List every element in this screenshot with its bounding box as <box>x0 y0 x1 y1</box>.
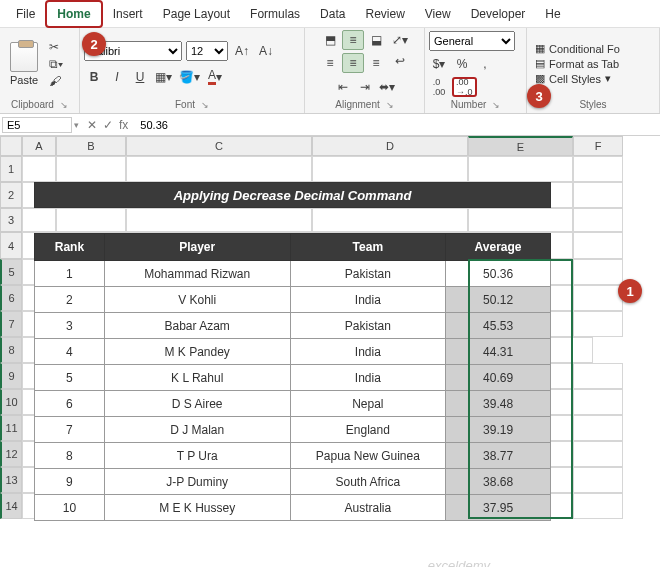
orientation-icon[interactable]: ⤢▾ <box>390 30 410 50</box>
tab-home[interactable]: Home <box>45 0 102 28</box>
col-header-D[interactable]: D <box>312 136 468 156</box>
cell-rank[interactable]: 1 <box>35 261 105 287</box>
cell-rank[interactable]: 3 <box>35 313 105 339</box>
cell-team[interactable]: Pakistan <box>290 313 446 339</box>
cell-player[interactable]: D S Airee <box>104 391 290 417</box>
wrap-text-icon[interactable]: ↩ <box>390 51 410 71</box>
table-row[interactable]: 9J-P DuminySouth Africa38.68 <box>35 469 551 495</box>
font-color-icon[interactable]: A▾ <box>205 67 225 87</box>
decrease-decimal-button[interactable]: .00→.0 <box>452 77 477 97</box>
tab-help[interactable]: He <box>535 2 570 26</box>
format-painter-icon[interactable]: 🖌 <box>46 73 66 89</box>
increase-font-icon[interactable]: A↑ <box>232 41 252 61</box>
cell-rank[interactable]: 4 <box>35 339 105 365</box>
copy-icon[interactable]: ⧉▾ <box>46 56 66 72</box>
row-header-13[interactable]: 13 <box>0 467 22 493</box>
cell-player[interactable]: J-P Duminy <box>104 469 290 495</box>
row-header-10[interactable]: 10 <box>0 389 22 415</box>
fx-icon[interactable]: fx <box>119 118 128 132</box>
cell-team[interactable]: Nepal <box>290 391 446 417</box>
cell-average[interactable]: 39.19 <box>446 417 551 443</box>
tab-developer[interactable]: Developer <box>461 2 536 26</box>
cut-icon[interactable]: ✂ <box>46 39 66 55</box>
table-row[interactable]: 4M K PandeyIndia44.31 <box>35 339 551 365</box>
cell-player[interactable]: T P Ura <box>104 443 290 469</box>
tab-formulas[interactable]: Formulas <box>240 2 310 26</box>
tab-file[interactable]: File <box>6 2 45 26</box>
cell-average[interactable]: 40.69 <box>446 365 551 391</box>
cell-team[interactable]: India <box>290 365 446 391</box>
cell-team[interactable]: Pakistan <box>290 261 446 287</box>
font-launcher-icon[interactable]: ↘ <box>201 100 209 110</box>
row-header-9[interactable]: 9 <box>0 363 22 389</box>
align-right-icon[interactable]: ≡ <box>365 53 387 73</box>
row-header-14[interactable]: 14 <box>0 493 22 519</box>
table-row[interactable]: 8T P UraPapua New Guinea38.77 <box>35 443 551 469</box>
align-left-icon[interactable]: ≡ <box>319 53 341 73</box>
fill-color-icon[interactable]: 🪣▾ <box>177 67 202 87</box>
table-row[interactable]: 2V KohliIndia50.12 <box>35 287 551 313</box>
cell-styles-button[interactable]: ▩Cell Styles▾ <box>535 72 620 85</box>
cell-player[interactable]: Babar Azam <box>104 313 290 339</box>
cell-player[interactable]: M E K Hussey <box>104 495 290 521</box>
cell-rank[interactable]: 9 <box>35 469 105 495</box>
align-middle-icon[interactable]: ≡ <box>342 30 364 50</box>
name-box-drop-icon[interactable]: ▾ <box>74 120 79 130</box>
tab-view[interactable]: View <box>415 2 461 26</box>
enter-formula-icon[interactable]: ✓ <box>103 118 113 132</box>
name-box[interactable] <box>2 117 72 133</box>
conditional-formatting-button[interactable]: ▦Conditional Fo <box>535 42 620 55</box>
cell-rank[interactable]: 10 <box>35 495 105 521</box>
row-header-11[interactable]: 11 <box>0 415 22 441</box>
row-header-6[interactable]: 6 <box>0 285 22 311</box>
format-as-table-button[interactable]: ▤Format as Tab <box>535 57 620 70</box>
paste-button[interactable]: Paste <box>4 40 44 88</box>
align-top-icon[interactable]: ⬒ <box>319 30 341 50</box>
cell-average[interactable]: 45.53 <box>446 313 551 339</box>
cell-rank[interactable]: 2 <box>35 287 105 313</box>
cell-average[interactable]: 39.48 <box>446 391 551 417</box>
currency-icon[interactable]: $▾ <box>429 54 449 74</box>
cell-team[interactable]: Australia <box>290 495 446 521</box>
row-header-12[interactable]: 12 <box>0 441 22 467</box>
row-header-8[interactable]: 8 <box>0 337 22 363</box>
col-header-A[interactable]: A <box>22 136 56 156</box>
cell-rank[interactable]: 7 <box>35 417 105 443</box>
merge-center-icon[interactable]: ⬌▾ <box>377 77 397 97</box>
italic-button[interactable]: I <box>107 67 127 87</box>
cell-player[interactable]: V Kohli <box>104 287 290 313</box>
row-header-2[interactable]: 2 <box>0 182 22 208</box>
cell-team[interactable]: Papua New Guinea <box>290 443 446 469</box>
decrease-font-icon[interactable]: A↓ <box>256 41 276 61</box>
row-header-1[interactable]: 1 <box>0 156 22 182</box>
col-header-E[interactable]: E <box>468 136 573 156</box>
increase-indent-icon[interactable]: ⇥ <box>355 77 375 97</box>
table-row[interactable]: 6D S AireeNepal39.48 <box>35 391 551 417</box>
formula-input[interactable] <box>136 118 660 132</box>
number-format-select[interactable]: General <box>429 31 515 51</box>
table-row[interactable]: 1Mohammad RizwanPakistan50.36 <box>35 261 551 287</box>
comma-icon[interactable]: , <box>475 54 495 74</box>
cell-average[interactable]: 44.31 <box>446 339 551 365</box>
cell-team[interactable]: India <box>290 287 446 313</box>
increase-decimal-icon[interactable]: .0.00 <box>429 77 449 97</box>
row-header-3[interactable]: 3 <box>0 208 22 232</box>
cell-team[interactable]: England <box>290 417 446 443</box>
decrease-indent-icon[interactable]: ⇤ <box>333 77 353 97</box>
cell-player[interactable]: D J Malan <box>104 417 290 443</box>
clipboard-launcher-icon[interactable]: ↘ <box>60 100 68 110</box>
tab-data[interactable]: Data <box>310 2 355 26</box>
col-header-C[interactable]: C <box>126 136 312 156</box>
align-center-icon[interactable]: ≡ <box>342 53 364 73</box>
cell-player[interactable]: Mohammad Rizwan <box>104 261 290 287</box>
cell-rank[interactable]: 5 <box>35 365 105 391</box>
cell-average[interactable]: 50.12 <box>446 287 551 313</box>
cell-team[interactable]: India <box>290 339 446 365</box>
cell-player[interactable]: K L Rahul <box>104 365 290 391</box>
select-all-corner[interactable] <box>0 136 22 156</box>
tab-review[interactable]: Review <box>355 2 414 26</box>
bold-button[interactable]: B <box>84 67 104 87</box>
col-header-F[interactable]: F <box>573 136 623 156</box>
cell-team[interactable]: South Africa <box>290 469 446 495</box>
borders-icon[interactable]: ▦▾ <box>153 67 174 87</box>
